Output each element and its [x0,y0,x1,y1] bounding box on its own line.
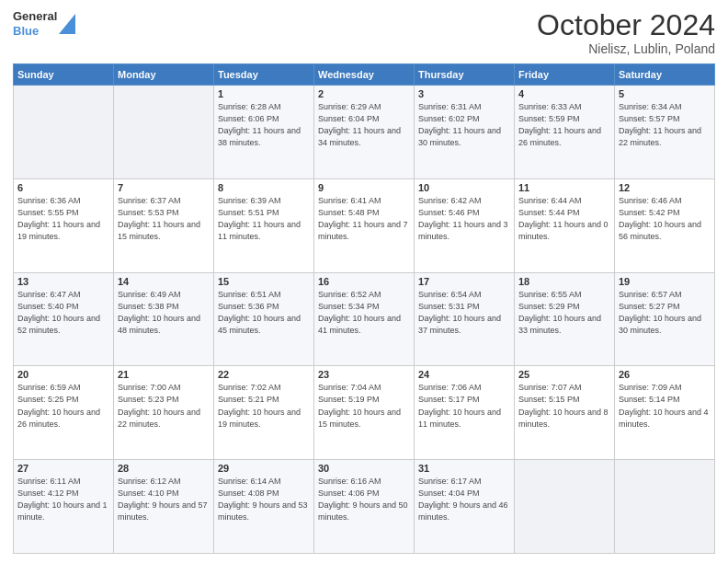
col-header-sunday: Sunday [14,64,114,86]
day-info: Sunrise: 7:09 AM Sunset: 5:14 PM Dayligh… [619,382,711,430]
day-cell: 8Sunrise: 6:39 AM Sunset: 5:51 PM Daylig… [214,178,314,272]
day-cell: 22Sunrise: 7:02 AM Sunset: 5:21 PM Dayli… [214,366,314,460]
day-cell: 26Sunrise: 7:09 AM Sunset: 5:14 PM Dayli… [615,366,715,460]
day-cell [615,460,715,554]
day-info: Sunrise: 6:39 AM Sunset: 5:51 PM Dayligh… [218,195,310,243]
day-cell: 24Sunrise: 7:06 AM Sunset: 5:17 PM Dayli… [415,366,515,460]
day-number: 5 [619,88,711,99]
day-cell: 28Sunrise: 6:12 AM Sunset: 4:10 PM Dayli… [114,460,214,554]
day-cell: 14Sunrise: 6:49 AM Sunset: 5:38 PM Dayli… [114,272,214,366]
day-number: 25 [518,369,610,380]
day-info: Sunrise: 6:37 AM Sunset: 5:53 PM Dayligh… [118,195,210,243]
logo-text: General Blue [13,9,57,38]
day-number: 10 [418,182,510,193]
day-cell: 2Sunrise: 6:29 AM Sunset: 6:04 PM Daylig… [314,86,415,179]
day-number: 4 [518,88,610,99]
day-number: 23 [318,369,410,380]
day-cell: 13Sunrise: 6:47 AM Sunset: 5:40 PM Dayli… [14,272,114,366]
day-info: Sunrise: 6:57 AM Sunset: 5:27 PM Dayligh… [619,289,711,337]
day-info: Sunrise: 6:59 AM Sunset: 5:25 PM Dayligh… [17,382,109,430]
day-info: Sunrise: 6:51 AM Sunset: 5:36 PM Dayligh… [218,289,310,337]
day-info: Sunrise: 7:06 AM Sunset: 5:17 PM Dayligh… [418,382,510,430]
day-number: 28 [118,463,210,474]
day-cell [14,86,114,179]
day-cell: 21Sunrise: 7:00 AM Sunset: 5:23 PM Dayli… [114,366,214,460]
logo: General Blue [13,9,75,38]
day-info: Sunrise: 6:44 AM Sunset: 5:44 PM Dayligh… [518,195,610,243]
day-number: 20 [17,369,109,380]
day-number: 7 [118,182,210,193]
day-info: Sunrise: 6:36 AM Sunset: 5:55 PM Dayligh… [17,195,109,243]
day-number: 31 [418,463,510,474]
col-header-wednesday: Wednesday [314,64,415,86]
day-number: 11 [518,182,610,193]
day-info: Sunrise: 6:33 AM Sunset: 5:59 PM Dayligh… [518,101,610,149]
day-cell: 7Sunrise: 6:37 AM Sunset: 5:53 PM Daylig… [114,178,214,272]
day-cell: 12Sunrise: 6:46 AM Sunset: 5:42 PM Dayli… [615,178,715,272]
day-number: 3 [418,88,510,99]
day-cell: 15Sunrise: 6:51 AM Sunset: 5:36 PM Dayli… [214,272,314,366]
week-row-4: 20Sunrise: 6:59 AM Sunset: 5:25 PM Dayli… [14,366,715,460]
title-section: October 2024 Nielisz, Lublin, Poland [537,9,715,56]
day-cell: 1Sunrise: 6:28 AM Sunset: 6:06 PM Daylig… [214,86,314,179]
day-number: 24 [418,369,510,380]
svg-marker-0 [59,14,75,34]
day-cell: 9Sunrise: 6:41 AM Sunset: 5:48 PM Daylig… [314,178,415,272]
header-row: SundayMondayTuesdayWednesdayThursdayFrid… [14,64,715,86]
day-info: Sunrise: 6:16 AM Sunset: 4:06 PM Dayligh… [318,476,410,523]
day-cell: 17Sunrise: 6:54 AM Sunset: 5:31 PM Dayli… [415,272,515,366]
header: General Blue October 2024 Nielisz, Lubli… [13,9,715,56]
day-info: Sunrise: 6:17 AM Sunset: 4:04 PM Dayligh… [418,476,510,523]
day-number: 30 [318,463,410,474]
day-cell: 11Sunrise: 6:44 AM Sunset: 5:44 PM Dayli… [515,178,615,272]
day-number: 27 [17,463,109,474]
day-number: 12 [619,182,711,193]
day-number: 6 [17,182,109,193]
day-number: 15 [218,276,310,287]
day-cell: 30Sunrise: 6:16 AM Sunset: 4:06 PM Dayli… [314,460,415,554]
day-number: 8 [218,182,310,193]
day-cell [114,86,214,179]
day-number: 18 [518,276,610,287]
day-cell: 23Sunrise: 7:04 AM Sunset: 5:19 PM Dayli… [314,366,415,460]
day-number: 26 [619,369,711,380]
day-cell: 18Sunrise: 6:55 AM Sunset: 5:29 PM Dayli… [515,272,615,366]
month-title: October 2024 [537,9,715,41]
day-number: 2 [318,88,410,99]
day-info: Sunrise: 6:34 AM Sunset: 5:57 PM Dayligh… [619,101,711,149]
day-info: Sunrise: 6:49 AM Sunset: 5:38 PM Dayligh… [118,289,210,337]
day-cell: 19Sunrise: 6:57 AM Sunset: 5:27 PM Dayli… [615,272,715,366]
day-number: 19 [619,276,711,287]
day-info: Sunrise: 6:42 AM Sunset: 5:46 PM Dayligh… [418,195,510,243]
week-row-3: 13Sunrise: 6:47 AM Sunset: 5:40 PM Dayli… [14,272,715,366]
week-row-5: 27Sunrise: 6:11 AM Sunset: 4:12 PM Dayli… [14,460,715,554]
day-info: Sunrise: 7:07 AM Sunset: 5:15 PM Dayligh… [518,382,610,430]
day-info: Sunrise: 6:55 AM Sunset: 5:29 PM Dayligh… [518,289,610,337]
day-cell: 31Sunrise: 6:17 AM Sunset: 4:04 PM Dayli… [415,460,515,554]
calendar-table: SundayMondayTuesdayWednesdayThursdayFrid… [13,63,715,554]
day-info: Sunrise: 6:41 AM Sunset: 5:48 PM Dayligh… [318,195,410,243]
day-info: Sunrise: 7:00 AM Sunset: 5:23 PM Dayligh… [118,382,210,430]
day-info: Sunrise: 6:14 AM Sunset: 4:08 PM Dayligh… [218,476,310,523]
day-info: Sunrise: 6:47 AM Sunset: 5:40 PM Dayligh… [17,289,109,337]
day-info: Sunrise: 6:12 AM Sunset: 4:10 PM Dayligh… [118,476,210,523]
day-info: Sunrise: 6:54 AM Sunset: 5:31 PM Dayligh… [418,289,510,337]
day-number: 13 [17,276,109,287]
col-header-thursday: Thursday [415,64,515,86]
col-header-saturday: Saturday [615,64,715,86]
day-info: Sunrise: 6:28 AM Sunset: 6:06 PM Dayligh… [218,101,310,149]
day-cell: 20Sunrise: 6:59 AM Sunset: 5:25 PM Dayli… [14,366,114,460]
col-header-friday: Friday [515,64,615,86]
day-cell: 3Sunrise: 6:31 AM Sunset: 6:02 PM Daylig… [415,86,515,179]
day-info: Sunrise: 6:46 AM Sunset: 5:42 PM Dayligh… [619,195,711,243]
day-cell: 29Sunrise: 6:14 AM Sunset: 4:08 PM Dayli… [214,460,314,554]
day-info: Sunrise: 6:52 AM Sunset: 5:34 PM Dayligh… [318,289,410,337]
day-number: 14 [118,276,210,287]
week-row-1: 1Sunrise: 6:28 AM Sunset: 6:06 PM Daylig… [14,86,715,179]
day-cell [515,460,615,554]
col-header-monday: Monday [114,64,214,86]
page: General Blue October 2024 Nielisz, Lubli… [0,0,728,563]
week-row-2: 6Sunrise: 6:36 AM Sunset: 5:55 PM Daylig… [14,178,715,272]
location: Nielisz, Lublin, Poland [537,41,715,56]
day-cell: 6Sunrise: 6:36 AM Sunset: 5:55 PM Daylig… [14,178,114,272]
